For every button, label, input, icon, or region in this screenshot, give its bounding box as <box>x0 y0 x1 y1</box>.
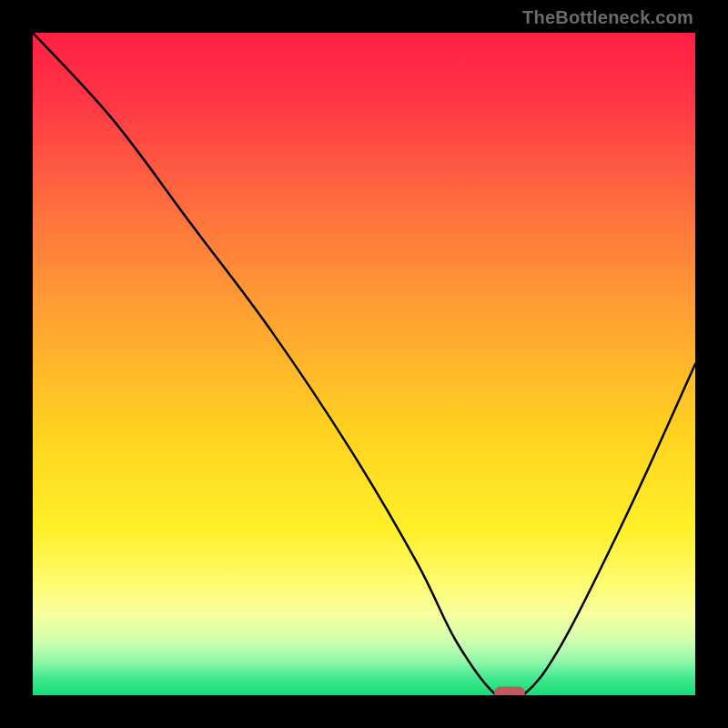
watermark-text: TheBottleneck.com <box>522 7 693 28</box>
bottleneck-curve <box>33 33 695 695</box>
chart-frame: TheBottleneck.com <box>0 0 728 728</box>
plot-area <box>33 33 695 695</box>
optimal-marker <box>494 687 525 696</box>
curve-path <box>33 33 695 695</box>
